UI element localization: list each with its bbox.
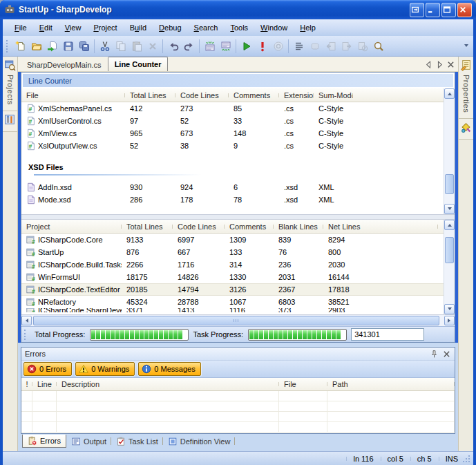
prev-tab-icon[interactable] — [424, 60, 433, 69]
column-header[interactable]: Extension — [279, 91, 314, 99]
menu-edit[interactable]: Edit — [33, 21, 59, 34]
tab-definition-view[interactable]: Definition View — [163, 435, 236, 448]
0-messages-button[interactable]: 0 Messages — [138, 362, 200, 376]
column-header[interactable]: Project — [21, 222, 122, 231]
table-row[interactable]: #ICSharpCode.SharpDevelop337114131116373… — [21, 308, 455, 312]
column-header[interactable]: Comments — [225, 222, 274, 231]
scroll-right-button[interactable] — [444, 316, 455, 325]
menu-file[interactable]: File — [8, 21, 33, 34]
close-tab-icon[interactable] — [446, 60, 455, 69]
column-header[interactable]: File — [21, 91, 125, 99]
uncomment-region-button[interactable] — [218, 39, 234, 54]
column-header[interactable]: Description — [57, 380, 279, 388]
tab-errors[interactable]: Errors — [22, 435, 66, 448]
maximize-button[interactable] — [441, 3, 456, 17]
scrollbar-thumb[interactable] — [445, 237, 454, 263]
pin-icon[interactable] — [430, 350, 439, 359]
0-warnings-button[interactable]: 0 Warnings — [75, 362, 135, 376]
scroll-up-button[interactable] — [444, 220, 455, 230]
cell-text: XslOutputView.cs — [38, 142, 97, 150]
menu-window[interactable]: Window — [254, 21, 294, 34]
close-panel-icon[interactable] — [442, 350, 451, 359]
horizontal-scrollbar[interactable] — [21, 314, 455, 326]
files-vertical-scrollbar[interactable] — [444, 88, 455, 214]
table-row[interactable]: Mode.xsd28617878.xsdXML — [21, 193, 455, 206]
scrollbar-thumb[interactable] — [445, 174, 454, 194]
table-cell: 286 — [125, 196, 175, 204]
open-folder-button[interactable] — [28, 39, 44, 54]
column-header[interactable]: Total Lines — [125, 91, 175, 99]
tab-task-list[interactable]: Task List — [111, 435, 163, 448]
bookmark-list-button[interactable] — [291, 39, 307, 54]
close-button[interactable] — [457, 3, 472, 17]
table-row[interactable]: #StartUp87666713376800 — [21, 246, 455, 258]
sidebar-item-properties[interactable]: Properties — [459, 57, 473, 119]
toolbar-overflow-button[interactable] — [462, 37, 470, 55]
progress-block — [249, 330, 254, 339]
menu-project[interactable]: Project — [87, 21, 123, 34]
save-all-button[interactable] — [76, 39, 92, 54]
column-header[interactable]: Blank Lines — [274, 222, 323, 231]
menu-build[interactable]: Build — [124, 21, 153, 34]
scroll-down-button[interactable] — [444, 204, 455, 214]
tab-sharpdevelopmain-cs[interactable]: SharpDevelopMain.cs — [21, 58, 108, 71]
cut-button[interactable] — [97, 39, 113, 54]
build-button[interactable] — [254, 39, 270, 54]
run-button[interactable] — [238, 39, 254, 54]
tab-output[interactable]: Output — [66, 435, 111, 448]
projects-vertical-scrollbar[interactable] — [444, 220, 455, 314]
tab-line-counter[interactable]: Line Counter — [108, 57, 169, 71]
next-bookmark-icon — [341, 41, 352, 52]
open-with-button[interactable] — [44, 39, 60, 54]
table-row[interactable]: #ICSharpCode.Build.Tasks2266171631423620… — [21, 258, 455, 271]
sidebar-item-right-1[interactable] — [459, 119, 473, 140]
menu-help[interactable]: Help — [294, 21, 322, 34]
undo-button[interactable] — [165, 39, 181, 54]
column-header[interactable]: Total Lines — [122, 222, 173, 231]
scroll-up-button[interactable] — [444, 88, 455, 99]
table-row[interactable]: #XmlView.cs965673148.csC-Style — [21, 127, 455, 140]
menu-tools[interactable]: Tools — [224, 21, 254, 34]
column-header[interactable]: ! — [21, 380, 32, 388]
column-header[interactable]: Line — [32, 380, 57, 388]
toolbar-grip[interactable] — [6, 40, 10, 53]
column-header[interactable]: Path — [327, 380, 455, 388]
sidebar-item-projects[interactable]: Projects — [3, 57, 17, 111]
cell-text: 85 — [234, 104, 242, 113]
table-row[interactable]: #XmlSchemasPanel.cs41227385.csC-Style — [21, 102, 455, 115]
table-row[interactable]: #WinFormsUI18175148261330203116144 — [21, 271, 455, 283]
minimize-button[interactable] — [426, 3, 440, 17]
column-header[interactable]: File — [279, 380, 327, 388]
table-row[interactable]: #XslOutputView.cs52389.csC-Style — [21, 140, 455, 152]
table-row[interactable]: #XmlUserControl.cs975233.csC-Style — [21, 115, 455, 127]
menu-debug[interactable]: Debug — [153, 21, 187, 34]
resize-grip[interactable] — [462, 455, 470, 463]
column-header[interactable]: Code Lines — [173, 222, 225, 231]
menu-search[interactable]: Search — [188, 21, 225, 34]
table-divider[interactable] — [21, 214, 455, 220]
search-button[interactable] — [370, 39, 386, 54]
table-cell: 38 — [175, 142, 229, 150]
scroll-down-button[interactable] — [444, 304, 455, 314]
menu-view[interactable]: View — [59, 21, 88, 34]
table-row[interactable]: AddIn.xsd9309246.xsdXML — [21, 181, 455, 193]
scroll-left-button[interactable] — [21, 316, 32, 325]
progress-grip[interactable] — [24, 330, 28, 340]
comment-region-button[interactable] — [202, 39, 218, 54]
table-row[interactable]: #ICSharpCode.TextEditor20185147943126236… — [21, 283, 455, 296]
column-header[interactable]: Net Lines — [323, 222, 438, 231]
scrollbar-thumb[interactable] — [33, 316, 439, 325]
new-file-button[interactable] — [12, 39, 28, 54]
table-row[interactable]: #ICSharpCode.Core9133699713098398294 — [21, 234, 455, 246]
column-header[interactable]: Sum-Mode — [314, 91, 353, 99]
redo-button[interactable] — [181, 39, 197, 54]
table-row[interactable]: #NRefactory45324287881067680338521 — [21, 296, 455, 308]
tab-label: Errors — [40, 437, 61, 445]
0-errors-button[interactable]: 0 Errors — [23, 362, 72, 376]
save-button[interactable] — [60, 39, 76, 54]
next-tab-icon[interactable] — [435, 60, 444, 69]
column-header[interactable]: Comments — [229, 91, 279, 99]
column-header[interactable]: Code Lines — [175, 91, 229, 99]
sidebar-item-left-1[interactable] — [3, 111, 17, 132]
undock-button[interactable] — [410, 3, 424, 17]
